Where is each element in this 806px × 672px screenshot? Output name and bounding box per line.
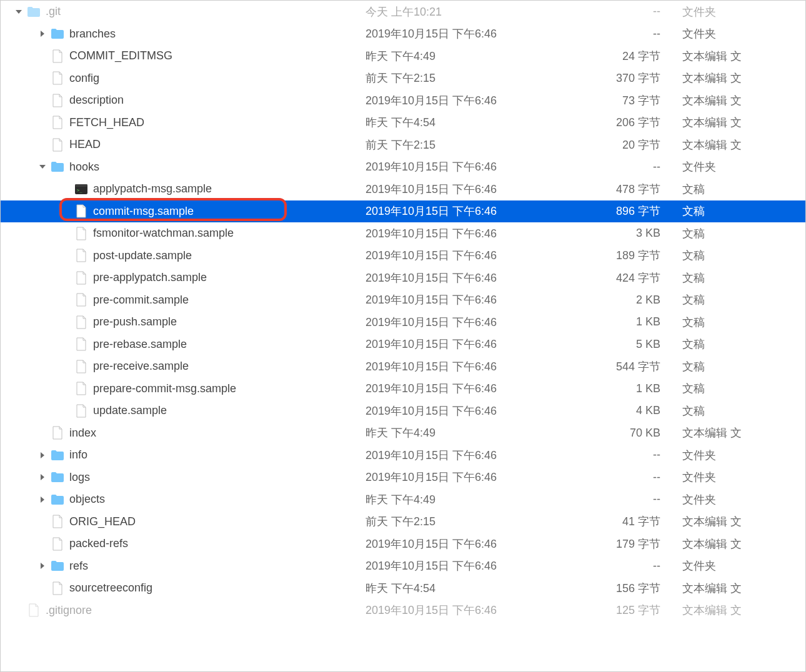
file-name: pre-commit.sample (93, 294, 189, 307)
file-row[interactable]: HEAD前天 下午2:1520 字节文本编辑 文 (1, 134, 805, 156)
disclosure-none (38, 141, 47, 149)
file-row[interactable]: sourcetreeconfig昨天 下午4:54156 字节文本编辑 文 (1, 577, 805, 600)
file-icon (51, 49, 64, 63)
file-name: update.sample (93, 404, 167, 417)
disclosure-none (38, 428, 47, 437)
file-kind: 文本编辑 文 (682, 603, 742, 618)
modified-date: 2019年10月15日 下午6:46 (366, 558, 497, 573)
file-icon (74, 382, 88, 395)
file-kind: 文稿 (682, 182, 705, 197)
file-row[interactable]: post-update.sample2019年10月15日 下午6:46189 … (1, 245, 805, 267)
file-kind: 文本编辑 文 (682, 425, 742, 440)
file-row[interactable]: ORIG_HEAD前天 下午2:1541 字节文本编辑 文 (1, 511, 805, 533)
file-name: .gitignore (46, 604, 92, 617)
disclosure-down-icon[interactable] (14, 7, 23, 16)
file-icon (74, 271, 88, 285)
file-size: -- (554, 560, 660, 573)
file-row[interactable]: pre-receive.sample2019年10月15日 下午6:46544 … (1, 355, 805, 378)
modified-date: 2019年10月15日 下午6:46 (366, 159, 497, 174)
file-kind: 文稿 (682, 381, 705, 396)
file-size: -- (554, 5, 660, 18)
file-size: 41 字节 (554, 514, 660, 529)
file-row[interactable]: .git今天 上午10:21--文件夹 (1, 1, 805, 23)
file-size: -- (554, 471, 660, 484)
file-icon (74, 360, 88, 373)
file-row[interactable]: config前天 下午2:15370 字节文本编辑 文 (1, 67, 805, 90)
file-size: 189 字节 (554, 248, 660, 263)
file-row[interactable]: update.sample2019年10月15日 下午6:464 KB文稿 (1, 400, 805, 422)
modified-date: 2019年10月15日 下午6:46 (366, 292, 497, 307)
file-row[interactable]: pre-applypatch.sample2019年10月15日 下午6:464… (1, 267, 805, 289)
file-icon (51, 94, 64, 107)
disclosure-right-icon[interactable] (38, 29, 47, 38)
file-kind: 文本编辑 文 (682, 581, 742, 596)
file-row[interactable]: description2019年10月15日 下午6:4673 字节文本编辑 文 (1, 89, 805, 112)
file-kind: 文稿 (682, 337, 705, 352)
disclosure-none (62, 295, 71, 304)
file-icon (74, 293, 88, 307)
modified-date: 2019年10月15日 下午6:46 (366, 603, 497, 618)
disclosure-right-icon[interactable] (38, 451, 47, 460)
file-row[interactable]: prepare-commit-msg.sample2019年10月15日 下午6… (1, 378, 805, 400)
file-size: 24 字节 (554, 49, 660, 64)
disclosure-none (62, 185, 71, 194)
file-row[interactable]: >_applypatch-msg.sample2019年10月15日 下午6:4… (1, 178, 805, 200)
file-size: 478 字节 (554, 182, 660, 197)
modified-date: 2019年10月15日 下午6:46 (366, 448, 497, 463)
file-row[interactable]: commit-msg.sample2019年10月15日 下午6:46896 字… (1, 200, 805, 223)
file-icon (74, 315, 88, 329)
file-row[interactable]: pre-push.sample2019年10月15日 下午6:461 KB文稿 (1, 311, 805, 334)
modified-date: 前天 下午2:15 (366, 514, 435, 529)
file-kind: 文稿 (682, 226, 705, 241)
disclosure-right-icon[interactable] (38, 561, 47, 570)
modified-date: 2019年10月15日 下午6:46 (366, 248, 497, 263)
disclosure-none (38, 517, 47, 526)
file-kind: 文件夹 (682, 470, 716, 485)
file-row[interactable]: COMMIT_EDITMSG昨天 下午4:4924 字节文本编辑 文 (1, 45, 805, 67)
file-name: .git (46, 5, 61, 18)
file-size: 70 KB (554, 427, 660, 440)
file-size: -- (554, 493, 660, 506)
file-list[interactable]: .git今天 上午10:21--文件夹branches2019年10月15日 下… (1, 1, 805, 621)
modified-date: 昨天 下午4:49 (366, 49, 435, 64)
modified-date: 2019年10月15日 下午6:46 (366, 204, 497, 219)
file-row[interactable]: fsmonitor-watchman.sample2019年10月15日 下午6… (1, 222, 805, 245)
disclosure-right-icon[interactable] (38, 473, 47, 482)
file-row[interactable]: index昨天 下午4:4970 KB文本编辑 文 (1, 422, 805, 445)
modified-date: 2019年10月15日 下午6:46 (366, 470, 497, 485)
file-name: config (69, 72, 99, 85)
exec-icon: >_ (74, 182, 88, 196)
file-row[interactable]: hooks2019年10月15日 下午6:46--文件夹 (1, 156, 805, 179)
file-size: -- (554, 27, 660, 41)
file-size: 179 字节 (554, 536, 660, 551)
svg-text:>_: >_ (77, 188, 82, 193)
disclosure-none (62, 274, 71, 282)
disclosure-none (38, 584, 47, 593)
file-row[interactable]: .gitignore2019年10月15日 下午6:46125 字节文本编辑 文 (1, 600, 805, 622)
file-icon (51, 138, 64, 152)
file-row[interactable]: pre-commit.sample2019年10月15日 下午6:462 KB文… (1, 289, 805, 312)
file-name: fsmonitor-watchman.sample (93, 227, 234, 240)
disclosure-down-icon[interactable] (38, 162, 47, 171)
file-row[interactable]: refs2019年10月15日 下午6:46--文件夹 (1, 555, 805, 578)
file-row[interactable]: packed-refs2019年10月15日 下午6:46179 字节文本编辑 … (1, 533, 805, 555)
file-row[interactable]: objects昨天 下午4:49--文件夹 (1, 488, 805, 511)
folder-icon (51, 493, 64, 506)
file-row[interactable]: branches2019年10月15日 下午6:46--文件夹 (1, 23, 805, 46)
file-row[interactable]: info2019年10月15日 下午6:46--文件夹 (1, 444, 805, 467)
file-kind: 文本编辑 文 (682, 514, 742, 529)
file-name: post-update.sample (93, 249, 192, 262)
file-icon (51, 581, 64, 595)
disclosure-right-icon[interactable] (38, 495, 47, 504)
disclosure-none (62, 229, 71, 238)
folder-icon (51, 27, 64, 41)
file-kind: 文本编辑 文 (682, 137, 742, 152)
disclosure-none (62, 340, 71, 348)
file-row[interactable]: FETCH_HEAD昨天 下午4:54206 字节文本编辑 文 (1, 112, 805, 134)
modified-date: 昨天 下午4:49 (366, 425, 435, 440)
file-icon (74, 404, 88, 418)
file-size: 2 KB (554, 294, 660, 307)
file-name: description (69, 94, 124, 107)
file-row[interactable]: logs2019年10月15日 下午6:46--文件夹 (1, 467, 805, 489)
file-row[interactable]: pre-rebase.sample2019年10月15日 下午6:465 KB文… (1, 334, 805, 356)
